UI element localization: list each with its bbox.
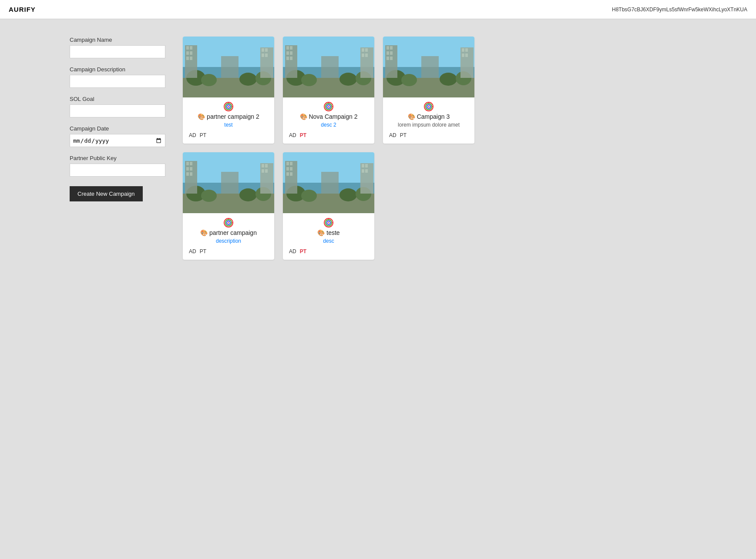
svg-rect-64 [386,57,389,60]
svg-rect-67 [462,48,464,52]
svg-rect-68 [465,48,468,52]
svg-point-23 [228,106,229,107]
svg-rect-35 [290,46,292,50]
card-body: 🎨 Campaign 3lorem impsum dolore ametADPT [383,97,474,144]
svg-rect-19 [221,56,239,78]
card-image [283,37,374,97]
svg-rect-18 [265,54,268,57]
target-icon [188,218,269,227]
card-description: lorem impsum dolore amet [388,122,469,128]
sol-goal-group: SOL Goal [70,96,165,117]
svg-rect-89 [190,167,192,171]
card-tag-pt[interactable]: PT [300,132,306,138]
card-tag-pt[interactable]: PT [300,248,306,254]
svg-rect-115 [290,167,292,171]
svg-rect-45 [321,56,339,78]
create-campaign-form: Campaign Name Campaign Description SOL G… [70,37,165,260]
campaign-name-label: Campaign Name [70,37,165,43]
svg-rect-34 [286,46,289,50]
svg-rect-119 [362,164,364,167]
svg-rect-37 [290,51,292,55]
svg-rect-93 [262,164,264,167]
campaigns-grid: 🎨 partner campaign 2testADPT [183,37,686,260]
card-description: test [188,122,269,128]
svg-point-4 [201,74,217,86]
campaign-name-group: Campaign Name [70,37,165,58]
card-description: description [188,238,269,244]
card-tags: ADPT [288,248,369,254]
card-tag-pt[interactable]: PT [400,132,407,138]
svg-rect-59 [385,45,397,78]
card-tag-ad[interactable]: AD [189,132,196,138]
campaign-date-input[interactable] [70,134,165,147]
partner-public-key-input[interactable] [70,164,165,177]
campaign-card[interactable]: 🎨 partner campaigndescriptionADPT [183,152,274,259]
campaign-date-group: Campaign Date [70,125,165,147]
svg-rect-114 [286,167,289,171]
svg-rect-44 [365,54,368,57]
svg-rect-113 [290,162,292,165]
card-tag-ad[interactable]: AD [289,132,296,138]
svg-point-31 [339,73,357,86]
partner-public-key-label: Partner Public Key [70,155,165,161]
card-tags: ADPT [188,248,269,254]
svg-rect-66 [460,47,474,78]
card-image [383,37,474,97]
campaign-card[interactable]: 🎨 partner campaign 2testADPT [183,37,274,144]
card-body: 🎨 testedescADPT [283,213,374,259]
api-key: H8TbsG7cBJ6XDF9ymLs5sfWnrFw5keWXihcLyoXT… [612,7,747,13]
campaign-card[interactable]: 🎨 Nova Campaign 2desc 2ADPT [283,37,374,144]
svg-rect-14 [260,47,273,78]
svg-rect-8 [186,46,189,50]
svg-rect-17 [262,54,264,57]
card-tag-ad[interactable]: AD [189,248,196,254]
svg-rect-91 [190,172,192,176]
svg-rect-63 [390,51,393,55]
target-icon [188,102,269,111]
svg-rect-111 [285,161,297,194]
svg-rect-85 [185,161,197,194]
svg-rect-41 [362,48,364,52]
svg-rect-116 [286,172,289,176]
card-image [283,152,374,213]
card-tag-pt[interactable]: PT [200,132,206,138]
svg-rect-40 [360,47,373,78]
campaign-description-input[interactable] [70,75,165,88]
svg-rect-36 [286,51,289,55]
card-title: 🎨 teste [288,229,369,236]
sol-goal-input[interactable] [70,104,165,117]
app-logo: AURIFY [9,6,36,13]
campaign-card[interactable]: 🎨 testedescADPT [283,152,374,259]
svg-point-127 [328,222,329,223]
svg-rect-43 [362,54,364,57]
svg-rect-62 [386,51,389,55]
svg-rect-71 [421,56,439,78]
card-tag-ad[interactable]: AD [389,132,396,138]
card-title: 🎨 partner campaign 2 [188,113,269,120]
svg-rect-65 [390,57,393,60]
card-tags: ADPT [388,132,469,138]
app-header: AURIFY H8TbsG7cBJ6XDF9ymLs5sfWnrFw5keWXi… [0,0,756,19]
target-icon [288,218,369,227]
svg-rect-96 [265,169,268,173]
sol-goal-label: SOL Goal [70,96,165,102]
svg-rect-39 [290,57,292,60]
create-campaign-button[interactable]: Create New Campaign [70,186,143,201]
svg-point-82 [201,190,217,202]
svg-rect-118 [360,163,373,194]
campaign-card[interactable]: 🎨 Campaign 3lorem impsum dolore ametADPT [383,37,474,144]
card-tag-ad[interactable]: AD [289,248,296,254]
svg-point-56 [401,74,417,86]
campaign-description-label: Campaign Description [70,66,165,73]
card-image [183,152,274,213]
card-image [183,37,274,97]
svg-rect-15 [262,48,264,52]
svg-rect-10 [186,51,189,55]
target-icon [388,102,469,111]
card-tag-pt[interactable]: PT [200,248,206,254]
svg-rect-33 [285,45,297,78]
svg-point-101 [228,222,229,223]
campaign-name-input[interactable] [70,45,165,58]
svg-rect-61 [390,46,393,50]
svg-point-5 [239,73,257,86]
